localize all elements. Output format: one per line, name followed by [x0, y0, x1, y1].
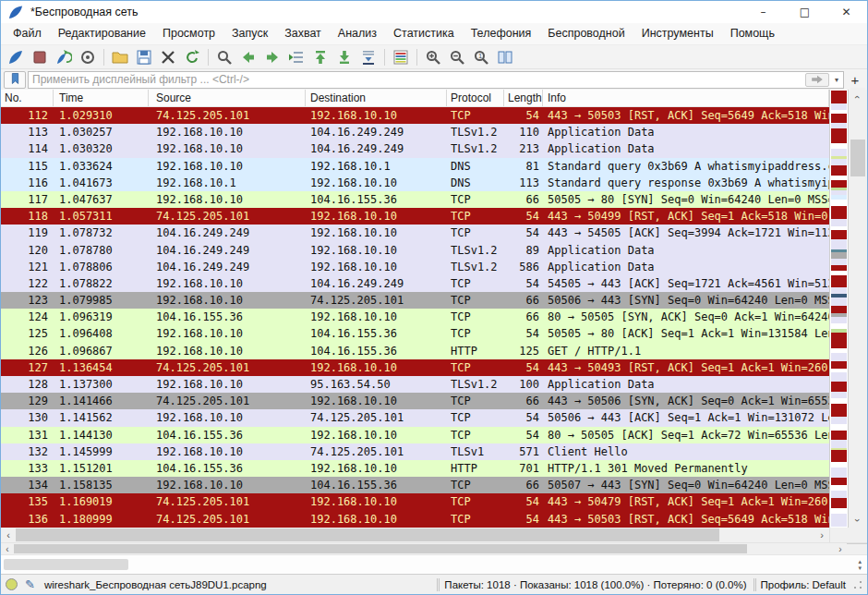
close-file-button[interactable] — [156, 46, 180, 68]
column-header-source[interactable]: Source — [149, 90, 306, 106]
horizontal-scroll-track[interactable] — [16, 528, 814, 542]
packet-minimap[interactable] — [829, 90, 849, 528]
colorize-packets-button[interactable] — [389, 46, 413, 68]
horizontal-scrollbar[interactable]: ‹ › — [1, 528, 829, 542]
packet-row-122[interactable]: 1221.078822192.168.10.10104.16.249.249TC… — [1, 275, 829, 292]
packet-row-125[interactable]: 1251.096408192.168.10.10104.16.155.36TCP… — [1, 325, 829, 342]
menu-item-11[interactable]: Помощь — [722, 23, 783, 44]
packet-row-121[interactable]: 1211.078806104.16.249.249192.168.10.10TL… — [1, 259, 829, 275]
filter-dropdown-caret[interactable]: ▾ — [830, 72, 843, 88]
packet-row-120[interactable]: 1201.078780104.16.249.249192.168.10.10TL… — [1, 242, 829, 259]
packet-row-113[interactable]: 1131.030257192.168.10.10104.16.249.249TL… — [1, 124, 829, 140]
menu-item-10[interactable]: Инструменты — [633, 23, 722, 44]
cell-time: 1.029310 — [54, 107, 149, 124]
scroll-up-arrow[interactable]: ‹ — [850, 88, 865, 106]
go-to-packet-button[interactable] — [284, 46, 308, 68]
packet-row-132[interactable]: 1321.145999192.168.10.1074.125.205.101TL… — [1, 443, 829, 460]
menu-item-2[interactable]: Редактирование — [50, 23, 154, 44]
packet-row-127[interactable]: 1271.13645474.125.205.101192.168.10.10TC… — [1, 359, 829, 376]
menu-item-1[interactable]: Файл — [5, 23, 50, 44]
vertical-scrollbar[interactable]: ‹ › — [849, 90, 867, 528]
cell-time: 1.144130 — [54, 427, 149, 443]
vertical-scroll-track[interactable] — [849, 104, 867, 513]
zoom-normal-button[interactable]: 1 — [469, 46, 493, 68]
scroll-left-arrow[interactable]: ‹ — [1, 528, 16, 542]
menu-item-9[interactable]: Беспроводной — [539, 23, 633, 44]
packet-row-117[interactable]: 1171.047637192.168.10.10104.16.155.36TCP… — [1, 191, 829, 208]
zoom-out-button[interactable] — [445, 46, 469, 68]
resize-columns-button[interactable] — [493, 46, 517, 68]
start-capture-button[interactable] — [4, 46, 28, 68]
column-header-no[interactable]: No. — [1, 90, 54, 106]
packet-row-131[interactable]: 1311.144130104.16.155.36192.168.10.10TCP… — [1, 427, 829, 443]
column-header-info[interactable]: Info — [543, 90, 829, 106]
profile-label[interactable]: Профиль: Default — [761, 579, 846, 590]
open-file-button[interactable] — [108, 46, 132, 68]
close-button[interactable]: ✕ — [826, 1, 867, 23]
horizontal-scroll-track-2[interactable] — [14, 543, 834, 554]
vertical-scroll-thumb[interactable] — [850, 140, 865, 176]
spinner-down-icon[interactable]: ▾ — [858, 565, 862, 571]
menu-item-5[interactable]: Захват — [276, 23, 330, 44]
menu-item-8[interactable]: Телефония — [463, 23, 540, 44]
expert-info-icon[interactable] — [6, 578, 18, 590]
packet-row-126[interactable]: 1261.096867192.168.10.10104.16.155.36HTT… — [1, 343, 829, 359]
restart-capture-button[interactable] — [52, 46, 76, 68]
packet-row-128[interactable]: 1281.137300192.168.10.1095.163.54.50TLSv… — [1, 376, 829, 393]
packet-row-129[interactable]: 1291.14146674.125.205.101192.168.10.10TC… — [1, 393, 829, 409]
go-back-button[interactable] — [236, 46, 260, 68]
scroll-down-arrow[interactable]: › — [850, 511, 865, 529]
find-packet-button[interactable] — [212, 46, 236, 68]
spinner-up-icon[interactable]: ▴ — [858, 558, 862, 565]
scroll-right-arrow[interactable]: › — [814, 528, 829, 542]
horizontal-scroll-thumb-2[interactable] — [14, 544, 747, 553]
go-to-first-button[interactable] — [308, 46, 332, 68]
packet-row-135[interactable]: 1351.16901974.125.205.101192.168.10.10TC… — [1, 493, 829, 510]
packet-row-134[interactable]: 1341.158135192.168.10.10104.16.155.36TCP… — [1, 477, 829, 493]
column-header-length[interactable]: Length — [504, 90, 543, 106]
capture-file-name[interactable]: wireshark_Беспроводная сетьJ89DU1.pcapng — [44, 579, 267, 590]
column-header-destination[interactable]: Destination — [306, 90, 447, 106]
capture-comment-icon[interactable]: ✎ — [25, 577, 35, 591]
add-filter-button[interactable]: + — [846, 71, 864, 89]
stop-capture-button[interactable] — [28, 46, 52, 68]
packet-row-112[interactable]: 1121.02931074.125.205.101192.168.10.10TC… — [1, 107, 829, 124]
capture-options-button[interactable] — [76, 46, 100, 68]
reload-file-button[interactable] — [180, 46, 204, 68]
scroll-right-arrow-2[interactable]: › — [834, 543, 847, 554]
packet-row-136[interactable]: 1361.18099974.125.205.101192.168.10.10TC… — [1, 511, 829, 528]
packet-row-118[interactable]: 1181.05731174.125.205.101192.168.10.10TC… — [1, 208, 829, 225]
maximize-button[interactable]: □ — [784, 1, 826, 23]
column-header-time[interactable]: Time — [54, 90, 149, 106]
horizontal-scrollbar-2[interactable]: ‹ › — [1, 542, 867, 554]
column-header-protocol[interactable]: Protocol — [447, 90, 504, 106]
cell-time: 1.169019 — [54, 493, 149, 510]
minimize-button[interactable]: – — [742, 1, 784, 23]
pane-spinner[interactable]: ▴ ▾ — [858, 558, 862, 571]
apply-filter-button[interactable] — [805, 73, 829, 87]
packet-row-123[interactable]: 1231.079985192.168.10.1074.125.205.101TC… — [1, 292, 829, 309]
packet-row-119[interactable]: 1191.078732104.16.249.249192.168.10.10TC… — [1, 225, 829, 241]
scroll-left-arrow-2[interactable]: ‹ — [1, 543, 14, 554]
menu-item-7[interactable]: Статистика — [385, 23, 463, 44]
resize-grip[interactable] — [853, 580, 862, 589]
pane-handle[interactable] — [4, 559, 128, 570]
packet-row-116[interactable]: 1161.041673192.168.10.1192.168.10.10DNS1… — [1, 175, 829, 191]
zoom-in-button[interactable] — [421, 46, 445, 68]
display-filter-input[interactable] — [29, 72, 805, 88]
go-forward-button[interactable] — [260, 46, 284, 68]
menu-item-6[interactable]: Анализ — [330, 23, 385, 44]
filter-bookmark-button[interactable] — [4, 71, 26, 89]
packet-row-115[interactable]: 1151.033624192.168.10.10192.168.10.1DNS8… — [1, 158, 829, 175]
save-file-button[interactable] — [132, 46, 156, 68]
packet-row-130[interactable]: 1301.141562192.168.10.1074.125.205.101TC… — [1, 409, 829, 426]
packet-row-114[interactable]: 1141.030320192.168.10.10104.16.249.249TL… — [1, 140, 829, 157]
menu-item-4[interactable]: Запуск — [223, 23, 276, 44]
go-to-last-button[interactable] — [332, 46, 356, 68]
packet-row-133[interactable]: 1331.151201104.16.155.36192.168.10.10HTT… — [1, 460, 829, 477]
packet-row-124[interactable]: 1241.096319104.16.155.36192.168.10.10TCP… — [1, 309, 829, 325]
auto-scroll-button[interactable] — [356, 46, 380, 68]
cell-source: 192.168.10.10 — [149, 140, 306, 157]
menu-item-3[interactable]: Просмотр — [154, 23, 223, 44]
horizontal-scroll-thumb[interactable] — [16, 528, 719, 541]
